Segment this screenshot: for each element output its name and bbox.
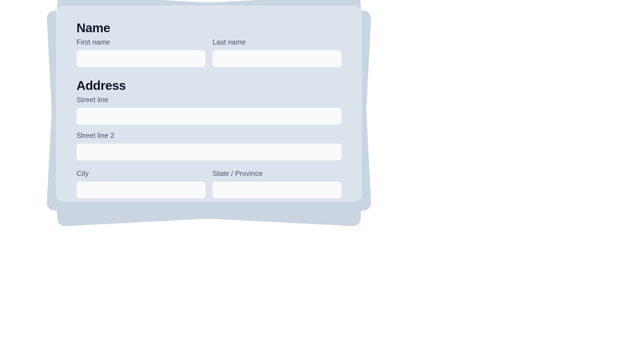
form-card: Name First name Last name Address Street… bbox=[56, 5, 362, 202]
city-state-row: City State / Province bbox=[76, 169, 341, 199]
street-line-label: Street line bbox=[76, 96, 341, 104]
city-label: City bbox=[76, 169, 205, 178]
city-input[interactable] bbox=[76, 182, 205, 199]
card-stack: Name First name Last name Address Street… bbox=[52, 3, 366, 218]
last-name-field: Last name bbox=[213, 38, 341, 67]
name-row: First name Last name bbox=[76, 38, 341, 67]
street-line-2-label: Street line 2 bbox=[76, 131, 341, 140]
state-field: State / Province bbox=[213, 169, 341, 199]
name-section-heading: Name bbox=[76, 20, 341, 35]
last-name-label: Last name bbox=[213, 38, 341, 46]
street-line-input[interactable] bbox=[76, 108, 341, 125]
state-input[interactable] bbox=[213, 182, 341, 199]
city-field: City bbox=[76, 169, 205, 199]
last-name-input[interactable] bbox=[213, 50, 341, 67]
street-line-2-input[interactable] bbox=[76, 144, 341, 161]
address-section-heading: Address bbox=[76, 78, 341, 93]
address-stack: Street line Street line 2 City State / P… bbox=[76, 96, 341, 199]
first-name-label: First name bbox=[76, 38, 205, 46]
first-name-input[interactable] bbox=[76, 50, 205, 67]
street-line-2-field: Street line 2 bbox=[76, 131, 341, 161]
state-label: State / Province bbox=[213, 169, 341, 178]
first-name-field: First name bbox=[76, 38, 205, 67]
street-line-field: Street line bbox=[76, 96, 341, 125]
